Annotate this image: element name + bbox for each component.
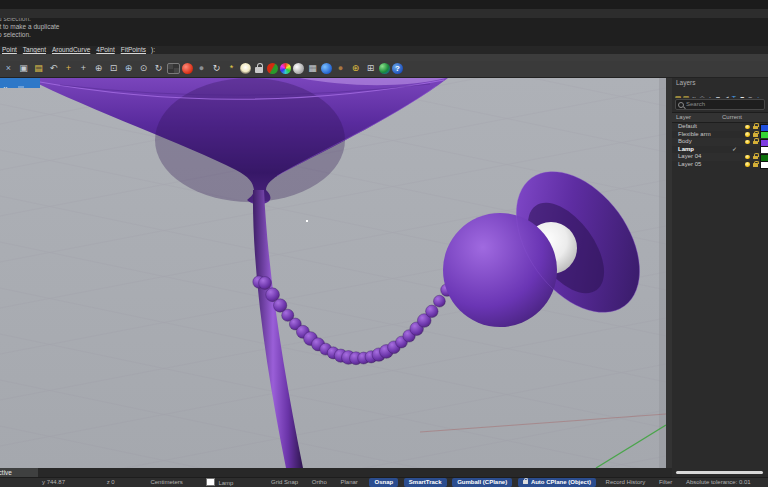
zoom-plus-icon[interactable]: ⊕ (92, 62, 105, 75)
layer-row-body[interactable]: Body (672, 138, 768, 146)
layer-chip-swatch (206, 478, 215, 486)
layer-row-layer04[interactable]: Layer 04 (672, 153, 768, 161)
layers-search-input[interactable]: Search (675, 99, 765, 110)
list-view-icon[interactable]: ≡ (747, 94, 754, 98)
current-layer-chip[interactable]: Lamp (206, 478, 233, 487)
viewport-3d-scene (0, 78, 666, 468)
layer-lock-icon[interactable] (753, 126, 758, 130)
main-toolbar: ×▣▤↶++⊕⊡⊕⊙↻●↻*▦●⊛⊞? (0, 61, 768, 78)
viewport-perspective[interactable]: Perspective▾ (0, 78, 666, 468)
toolbar-tab-row: Set ViewDisplaySelectViewport LayoutVisi… (0, 54, 768, 61)
bulb-icon[interactable] (240, 63, 251, 74)
layer-lock-icon[interactable] (753, 141, 758, 145)
layer-row-lamp[interactable]: Lamp ✓ (672, 146, 768, 154)
layer-visible-bulb-icon[interactable] (745, 125, 750, 130)
layers-column-header: Layer Current (672, 112, 768, 123)
layer-visible-bulb-icon[interactable] (745, 140, 750, 145)
toggle-auto-cplane[interactable]: Auto CPlane (Object) (518, 478, 596, 487)
column-current: Current (722, 113, 742, 122)
layer-row-flexible-arm[interactable]: Flexible arm (672, 131, 768, 139)
render-preview-icon[interactable]: ● (195, 62, 208, 75)
coordinate-y: y 744.87 (42, 478, 65, 487)
move-icon[interactable]: + (77, 62, 90, 75)
toggle-planar[interactable]: Planar (340, 478, 357, 487)
menu-bar: SurfaceSubDSolidMeshDraftingTransformToo… (0, 9, 768, 18)
move-down-icon[interactable]: ▼ (715, 94, 722, 98)
viewport-layout-icon[interactable] (167, 63, 180, 74)
record-history-button[interactable]: Record History (606, 478, 646, 487)
prompt-option[interactable]: FitPoints (121, 46, 146, 54)
lock-icon[interactable] (255, 67, 263, 73)
command-prompt[interactable]: PointTangentAroundCurve4PointFitPoints): (0, 46, 768, 54)
paste-icon[interactable]: ▤ (32, 62, 45, 75)
move-up-icon[interactable]: ▲ (707, 94, 714, 98)
new-sublayer-icon[interactable]: ▥ (683, 94, 690, 98)
viewport-menu-arrow-icon[interactable]: ▾ (18, 86, 24, 88)
rotate-view-icon[interactable]: ↻ (152, 62, 165, 75)
status-bar: y 744.87 z 0 Centimeters Lamp Grid Snap … (0, 477, 768, 487)
expand-icon[interactable]: ◀ (723, 94, 730, 98)
help-icon[interactable]: ? (392, 63, 403, 74)
tolerance-label: Absolute tolerance: 0.01 (686, 478, 751, 487)
undo-icon[interactable]: ↶ (47, 62, 60, 75)
zoom-extents-icon[interactable]: ⊙ (137, 62, 150, 75)
delete-layer-icon[interactable]: × (691, 94, 698, 98)
prompt-option[interactable]: AroundCurve (52, 46, 90, 54)
gears-icon[interactable]: ⊛ (349, 62, 362, 75)
tab-perspective[interactable]: Perspective (0, 468, 38, 477)
layers-toolbar: ▤▥×◎▲▼◀T■≡◑ (672, 87, 768, 98)
color-wheel-icon[interactable] (280, 63, 291, 74)
title-bar: Rhinoceros 8 Commercial - (Perspective) (0, 0, 768, 9)
sphere-icon[interactable] (293, 63, 304, 74)
units-label[interactable]: Centimeters (150, 478, 182, 487)
filter-button[interactable]: Filter (659, 478, 672, 487)
history-line: o selection. (0, 31, 768, 39)
pan-hand-icon[interactable]: + (62, 62, 75, 75)
toggle-smarttrack[interactable]: SmartTrack (404, 478, 447, 487)
column-layer: Layer (676, 113, 691, 122)
lamp-head-ball (443, 213, 557, 327)
panel-horizontal-scrollbar[interactable] (676, 471, 763, 475)
texture-icon[interactable]: ▦ (306, 62, 319, 75)
viewport-title-tab[interactable]: Perspective▾ (0, 78, 40, 88)
layout-icon[interactable]: ⊞ (364, 62, 377, 75)
annotate-icon[interactable]: * (225, 62, 238, 75)
package-icon[interactable]: ● (334, 62, 347, 75)
filter-icon[interactable]: T (731, 94, 738, 98)
layer-lock-icon[interactable] (753, 156, 758, 160)
lock-icon (523, 480, 528, 484)
toggle-ortho[interactable]: Ortho (312, 478, 327, 487)
swatch-icon[interactable]: ■ (739, 94, 746, 98)
layer-lock-icon[interactable] (753, 133, 758, 137)
cut-icon[interactable]: × (2, 62, 15, 75)
new-layer-icon[interactable]: ▤ (675, 94, 682, 98)
toggle-osnap[interactable]: Osnap (369, 478, 398, 487)
layer-visible-bulb-icon[interactable] (745, 155, 750, 160)
layer-color-swatch[interactable] (760, 161, 768, 169)
prompt-option[interactable]: 4Point (96, 46, 114, 54)
earth-icon[interactable] (321, 63, 332, 74)
rhino-app-window: Rhinoceros 8 Commercial - (Perspective) … (0, 0, 768, 487)
toggle-gumball[interactable]: Gumball (CPlane) (452, 478, 512, 487)
match-layer-icon[interactable]: ◎ (699, 94, 706, 98)
layer-row-default[interactable]: Default (672, 123, 768, 131)
command-history: d selection. lt to make a duplicate o se… (0, 18, 768, 46)
prompt-option[interactable]: Tangent (23, 46, 46, 54)
zoom-window-icon[interactable]: ⊡ (107, 62, 120, 75)
prompt-suffix: ): (151, 46, 155, 54)
layer-row-layer05[interactable]: Layer 05 (672, 161, 768, 169)
panel-menu-icon[interactable]: ◑ (755, 94, 762, 98)
layer-visible-bulb-icon[interactable] (745, 162, 750, 167)
prompt-option[interactable]: Point (2, 46, 17, 54)
layer-visible-bulb-icon[interactable] (745, 132, 750, 137)
layer-lock-icon[interactable] (753, 163, 758, 167)
material-icon[interactable] (267, 63, 278, 74)
coordinate-z: z 0 (107, 478, 115, 487)
toggle-grid-snap[interactable]: Grid Snap (271, 478, 298, 487)
history-icon[interactable]: ↻ (210, 62, 223, 75)
render-icon[interactable] (182, 63, 193, 74)
zoom-dynamic-icon[interactable]: ⊕ (122, 62, 135, 75)
globe-green-icon[interactable] (379, 63, 390, 74)
copy-icon[interactable]: ▣ (17, 62, 30, 75)
layers-panel: Layers ▤▥×◎▲▼◀T■≡◑ Search Layer Current … (672, 78, 768, 477)
